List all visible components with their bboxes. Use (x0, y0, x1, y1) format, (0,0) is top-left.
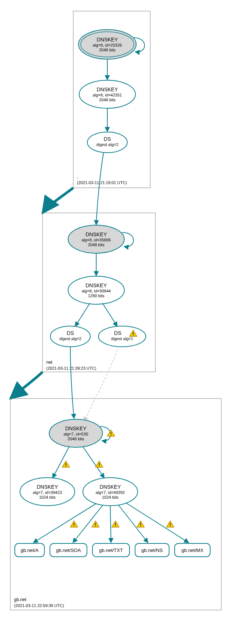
svg-text:2048 bits: 2048 bits (88, 243, 105, 247)
svg-text:gb.net/A: gb.net/A (21, 548, 39, 553)
svg-text:digest alg=2: digest alg=2 (59, 336, 81, 341)
zone-net-ts: (2021-03-11 21:39:23 UTC) (46, 366, 96, 370)
edge-netzsk-ds1 (75, 303, 90, 326)
node-root-zsk: DNSKEY alg=8, id=42351 2048 bits (79, 80, 135, 108)
edge-zsk2-txt (110, 506, 111, 543)
svg-text:1024 bits: 1024 bits (102, 495, 119, 499)
zone-net-label: net (46, 360, 53, 365)
svg-text:gb.net/SOA: gb.net/SOA (56, 548, 81, 553)
edge-rootds-netksk (96, 152, 104, 225)
node-gb-zsk1: DNSKEY alg=7, id=39423 1024 bits (20, 478, 75, 506)
svg-text:alg=8, id=42351: alg=8, id=42351 (93, 93, 122, 97)
svg-text:DNSKEY: DNSKEY (85, 282, 107, 288)
svg-text:digest alg=1: digest alg=1 (111, 336, 133, 341)
zone-root-ts: (2021-03-11 21:18:01 UTC) (77, 180, 127, 185)
svg-text:gb.net/MX: gb.net/MX (181, 548, 204, 553)
edge-ds1-gbksk (70, 347, 74, 418)
svg-text:1280 bits: 1280 bits (88, 294, 105, 298)
edge-zone-net-to-gbnet (10, 372, 43, 399)
rr-soa: gb.net/SOA (50, 543, 87, 557)
svg-text:DS: DS (114, 330, 121, 336)
warning-icon (95, 461, 103, 467)
edge-gbksk-zsk2 (83, 447, 104, 478)
svg-text:DNSKEY: DNSKEY (97, 87, 118, 92)
svg-text:2048 bits: 2048 bits (68, 437, 84, 441)
zone-root-label: . (77, 174, 78, 179)
node-gb-zsk2: DNSKEY alg=7, id=49392 1024 bits (83, 478, 138, 506)
rr-ns: gb.net/NS (135, 543, 169, 557)
warning-icon (107, 430, 115, 436)
edge-netzsk-ds2 (102, 303, 117, 326)
node-net-zsk: DNSKEY alg=8, id=30944 1280 bits (68, 276, 124, 304)
edge-ds2-gbksk (84, 346, 118, 421)
warning-icon (70, 521, 78, 527)
node-gb-ksk: DNSKEY alg=7, id=530 2048 bits (49, 419, 102, 447)
warning-icon (137, 521, 144, 527)
node-net-ksk: DNSKEY alg=8, id=35886 2048 bits (68, 225, 124, 253)
rr-txt: gb.net/TXT (93, 543, 130, 557)
svg-text:alg=7, id=39423: alg=7, id=39423 (33, 490, 62, 495)
svg-text:digest alg=2: digest alg=2 (96, 142, 118, 147)
warning-icon (167, 521, 174, 527)
rr-mx: gb.net/MX (175, 543, 210, 557)
svg-text:1024 bits: 1024 bits (39, 495, 56, 499)
svg-text:alg=7, id=49392: alg=7, id=49392 (96, 490, 125, 495)
svg-text:gb.net/TXT: gb.net/TXT (99, 548, 123, 553)
svg-text:2048 bits: 2048 bits (99, 98, 116, 102)
zone-gbnet-ts: (2021-03-11 22:59:36 UTC) (14, 603, 64, 608)
svg-text:DS: DS (67, 330, 74, 336)
node-root-ksk: DNSKEY alg=8, id=20326 2048 bits (78, 30, 136, 59)
warning-icon (62, 461, 70, 467)
svg-text:alg=8, id=30944: alg=8, id=30944 (82, 289, 111, 293)
svg-text:DNSKEY: DNSKEY (100, 484, 121, 490)
svg-text:DNSKEY: DNSKEY (65, 426, 87, 431)
svg-text:DNSKEY: DNSKEY (97, 37, 118, 43)
edge-zsk2-a (33, 504, 96, 543)
svg-text:alg=8, id=35886: alg=8, id=35886 (82, 238, 111, 242)
edge-zsk2-ns (118, 505, 148, 543)
node-root-ds: DS digest alg=2 (87, 132, 127, 153)
svg-text:DNSKEY: DNSKEY (85, 231, 107, 237)
edge-zsk2-mx (126, 503, 189, 543)
edge-zsk2-soa (73, 505, 103, 543)
warning-icon (92, 521, 99, 527)
svg-text:2048 bits: 2048 bits (99, 48, 116, 52)
svg-text:alg=7, id=530: alg=7, id=530 (64, 432, 88, 436)
zone-gbnet-label: gb.net (14, 597, 27, 602)
svg-text:DS: DS (104, 136, 111, 142)
svg-text:alg=8, id=20326: alg=8, id=20326 (93, 43, 122, 47)
node-net-ds1: DS digest alg=2 (50, 326, 90, 347)
svg-text:DNSKEY: DNSKEY (37, 484, 58, 490)
rr-a: gb.net/A (15, 543, 44, 557)
svg-text:gb.net/NS: gb.net/NS (141, 548, 163, 553)
node-net-ds2: DS digest alg=1 (98, 326, 146, 347)
edge-zone-root-to-net (43, 188, 73, 213)
warning-icon (112, 521, 119, 527)
